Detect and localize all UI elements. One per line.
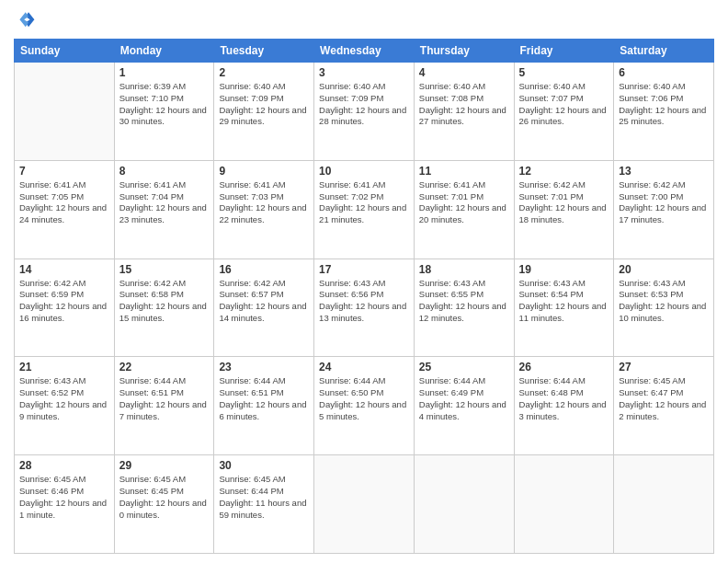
day-info: Sunrise: 6:45 AM Sunset: 6:45 PM Dayligh…: [119, 474, 210, 521]
day-number: 25: [419, 361, 509, 373]
day-number: 17: [319, 263, 409, 276]
calendar-cell: 16Sunrise: 6:42 AM Sunset: 6:57 PM Dayli…: [214, 259, 314, 357]
day-info: Sunrise: 6:45 AM Sunset: 6:46 PM Dayligh…: [19, 474, 109, 521]
weekday-header-row: SundayMondayTuesdayWednesdayThursdayFrid…: [15, 40, 714, 63]
day-number: 11: [419, 165, 509, 178]
day-number: 8: [119, 165, 210, 178]
calendar-cell: 20Sunrise: 6:43 AM Sunset: 6:53 PM Dayli…: [614, 259, 714, 357]
day-info: Sunrise: 6:44 AM Sunset: 6:51 PM Dayligh…: [119, 375, 210, 422]
day-number: 13: [619, 165, 709, 178]
day-info: Sunrise: 6:43 AM Sunset: 6:55 PM Dayligh…: [419, 278, 509, 325]
calendar-cell: 1Sunrise: 6:39 AM Sunset: 7:10 PM Daylig…: [114, 63, 214, 161]
day-number: 5: [519, 66, 609, 79]
header: [14, 9, 714, 31]
day-number: 19: [519, 263, 609, 276]
calendar-cell: 3Sunrise: 6:40 AM Sunset: 7:09 PM Daylig…: [314, 63, 415, 161]
weekday-header-sunday: Sunday: [15, 40, 115, 63]
calendar-cell: 9Sunrise: 6:41 AM Sunset: 7:03 PM Daylig…: [214, 160, 314, 259]
week-row-1: 1Sunrise: 6:39 AM Sunset: 7:10 PM Daylig…: [15, 63, 714, 161]
page: SundayMondayTuesdayWednesdayThursdayFrid…: [0, 0, 728, 563]
day-number: 28: [19, 459, 109, 472]
day-info: Sunrise: 6:41 AM Sunset: 7:03 PM Dayligh…: [219, 179, 309, 226]
day-number: 4: [419, 66, 509, 79]
calendar-cell: 12Sunrise: 6:42 AM Sunset: 7:01 PM Dayli…: [514, 160, 614, 259]
day-number: 7: [19, 165, 109, 178]
week-row-2: 7Sunrise: 6:41 AM Sunset: 7:05 PM Daylig…: [15, 160, 714, 259]
day-info: Sunrise: 6:42 AM Sunset: 6:57 PM Dayligh…: [219, 278, 309, 325]
day-number: 6: [619, 66, 709, 79]
calendar-cell: 10Sunrise: 6:41 AM Sunset: 7:02 PM Dayli…: [314, 160, 415, 259]
week-row-4: 21Sunrise: 6:43 AM Sunset: 6:52 PM Dayli…: [15, 357, 714, 455]
week-row-3: 14Sunrise: 6:42 AM Sunset: 6:59 PM Dayli…: [15, 259, 714, 357]
day-number: 23: [219, 361, 309, 373]
day-number: 14: [19, 263, 109, 276]
day-info: Sunrise: 6:41 AM Sunset: 7:04 PM Dayligh…: [119, 179, 210, 226]
day-number: 15: [119, 263, 210, 276]
day-info: Sunrise: 6:44 AM Sunset: 6:50 PM Dayligh…: [319, 375, 409, 422]
calendar-cell: 4Sunrise: 6:40 AM Sunset: 7:08 PM Daylig…: [414, 63, 514, 161]
day-info: Sunrise: 6:40 AM Sunset: 7:07 PM Dayligh…: [519, 81, 609, 128]
day-info: Sunrise: 6:40 AM Sunset: 7:09 PM Dayligh…: [319, 81, 409, 128]
day-info: Sunrise: 6:41 AM Sunset: 7:05 PM Dayligh…: [19, 179, 109, 226]
calendar-cell: 2Sunrise: 6:40 AM Sunset: 7:09 PM Daylig…: [214, 63, 314, 161]
day-info: Sunrise: 6:45 AM Sunset: 6:44 PM Dayligh…: [219, 474, 309, 521]
calendar-cell: 5Sunrise: 6:40 AM Sunset: 7:07 PM Daylig…: [514, 63, 614, 161]
calendar-cell: [314, 455, 415, 554]
calendar-cell: 17Sunrise: 6:43 AM Sunset: 6:56 PM Dayli…: [314, 259, 415, 357]
day-info: Sunrise: 6:42 AM Sunset: 6:59 PM Dayligh…: [19, 278, 109, 325]
day-info: Sunrise: 6:43 AM Sunset: 6:53 PM Dayligh…: [619, 278, 709, 325]
day-number: 16: [219, 263, 309, 276]
day-info: Sunrise: 6:40 AM Sunset: 7:08 PM Dayligh…: [419, 81, 509, 128]
logo: [14, 9, 40, 31]
day-info: Sunrise: 6:45 AM Sunset: 6:47 PM Dayligh…: [619, 375, 709, 422]
day-number: 29: [119, 459, 210, 472]
day-info: Sunrise: 6:40 AM Sunset: 7:06 PM Dayligh…: [619, 81, 709, 128]
weekday-header-friday: Friday: [514, 40, 614, 63]
day-info: Sunrise: 6:40 AM Sunset: 7:09 PM Dayligh…: [219, 81, 309, 128]
day-number: 27: [619, 361, 709, 373]
calendar-cell: 22Sunrise: 6:44 AM Sunset: 6:51 PM Dayli…: [114, 357, 214, 455]
calendar-cell: 6Sunrise: 6:40 AM Sunset: 7:06 PM Daylig…: [614, 63, 714, 161]
calendar-cell: 8Sunrise: 6:41 AM Sunset: 7:04 PM Daylig…: [114, 160, 214, 259]
day-number: 24: [319, 361, 409, 373]
calendar-cell: 21Sunrise: 6:43 AM Sunset: 6:52 PM Dayli…: [15, 357, 115, 455]
day-info: Sunrise: 6:41 AM Sunset: 7:02 PM Dayligh…: [319, 179, 409, 226]
day-info: Sunrise: 6:39 AM Sunset: 7:10 PM Dayligh…: [119, 81, 210, 128]
calendar-cell: 13Sunrise: 6:42 AM Sunset: 7:00 PM Dayli…: [614, 160, 714, 259]
calendar-cell: 29Sunrise: 6:45 AM Sunset: 6:45 PM Dayli…: [114, 455, 214, 554]
day-info: Sunrise: 6:43 AM Sunset: 6:52 PM Dayligh…: [19, 375, 109, 422]
day-number: 20: [619, 263, 709, 276]
weekday-header-tuesday: Tuesday: [214, 40, 314, 63]
calendar-cell: 14Sunrise: 6:42 AM Sunset: 6:59 PM Dayli…: [15, 259, 115, 357]
day-info: Sunrise: 6:42 AM Sunset: 7:01 PM Dayligh…: [519, 179, 609, 226]
calendar-cell: 28Sunrise: 6:45 AM Sunset: 6:46 PM Dayli…: [15, 455, 115, 554]
calendar-cell: 24Sunrise: 6:44 AM Sunset: 6:50 PM Dayli…: [314, 357, 415, 455]
weekday-header-saturday: Saturday: [614, 40, 714, 63]
calendar-table: SundayMondayTuesdayWednesdayThursdayFrid…: [14, 39, 714, 554]
day-number: 1: [119, 66, 210, 79]
day-info: Sunrise: 6:43 AM Sunset: 6:54 PM Dayligh…: [519, 278, 609, 325]
day-info: Sunrise: 6:43 AM Sunset: 6:56 PM Dayligh…: [319, 278, 409, 325]
day-number: 30: [219, 459, 309, 472]
day-number: 21: [19, 361, 109, 373]
day-number: 10: [319, 165, 409, 178]
day-info: Sunrise: 6:41 AM Sunset: 7:01 PM Dayligh…: [419, 179, 509, 226]
calendar-cell: 30Sunrise: 6:45 AM Sunset: 6:44 PM Dayli…: [214, 455, 314, 554]
calendar-cell: 27Sunrise: 6:45 AM Sunset: 6:47 PM Dayli…: [614, 357, 714, 455]
calendar-cell: 19Sunrise: 6:43 AM Sunset: 6:54 PM Dayli…: [514, 259, 614, 357]
calendar-cell: 23Sunrise: 6:44 AM Sunset: 6:51 PM Dayli…: [214, 357, 314, 455]
day-number: 12: [519, 165, 609, 178]
day-info: Sunrise: 6:42 AM Sunset: 6:58 PM Dayligh…: [119, 278, 210, 325]
day-info: Sunrise: 6:42 AM Sunset: 7:00 PM Dayligh…: [619, 179, 709, 226]
logo-icon: [14, 9, 36, 31]
day-number: 3: [319, 66, 409, 79]
calendar-cell: [15, 63, 115, 161]
weekday-header-wednesday: Wednesday: [314, 40, 415, 63]
day-info: Sunrise: 6:44 AM Sunset: 6:48 PM Dayligh…: [519, 375, 609, 422]
weekday-header-thursday: Thursday: [414, 40, 514, 63]
calendar-cell: 26Sunrise: 6:44 AM Sunset: 6:48 PM Dayli…: [514, 357, 614, 455]
calendar-cell: [414, 455, 514, 554]
day-number: 26: [519, 361, 609, 373]
calendar-cell: 15Sunrise: 6:42 AM Sunset: 6:58 PM Dayli…: [114, 259, 214, 357]
calendar-cell: 18Sunrise: 6:43 AM Sunset: 6:55 PM Dayli…: [414, 259, 514, 357]
